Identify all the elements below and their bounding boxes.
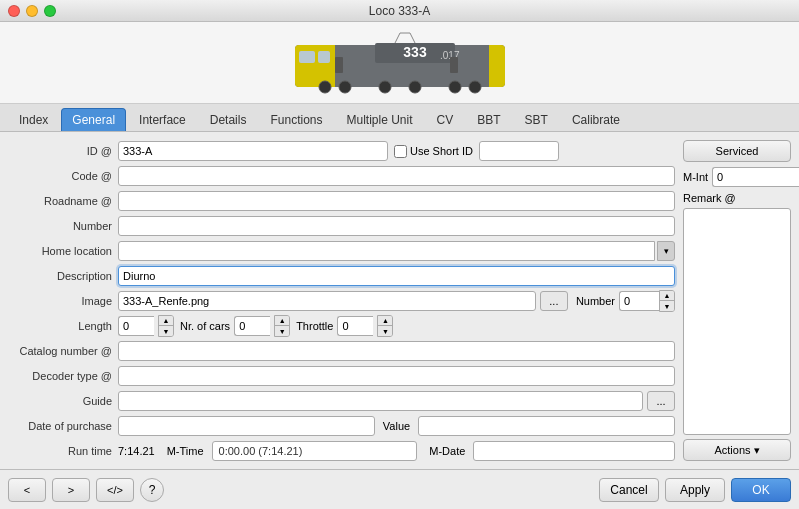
purchase-row: Date of purchase Value: [8, 415, 675, 437]
svg-point-13: [409, 81, 421, 93]
nr-of-cars-input[interactable]: [234, 316, 270, 336]
guide-input[interactable]: [118, 391, 643, 411]
svg-rect-4: [475, 45, 489, 87]
code-input[interactable]: [118, 166, 675, 186]
image-number-input[interactable]: [619, 291, 659, 311]
number-label: Number: [8, 220, 118, 232]
mtime-value: 0:00.00 (7:14.21): [212, 441, 418, 461]
description-input[interactable]: [118, 266, 675, 286]
length-up[interactable]: ▲: [159, 316, 173, 326]
catalog-number-label: Catalog number @: [8, 345, 118, 357]
mtime-label: M-Time: [167, 445, 204, 457]
throttle-label: Throttle: [296, 320, 333, 332]
tab-general[interactable]: General: [61, 108, 126, 131]
svg-point-14: [449, 81, 461, 93]
description-row: Description: [8, 265, 675, 287]
tab-cv[interactable]: CV: [426, 108, 465, 131]
remark-textarea[interactable]: [683, 208, 791, 435]
tab-functions[interactable]: Functions: [259, 108, 333, 131]
window-title: Loco 333-A: [369, 4, 430, 18]
image-input[interactable]: [118, 291, 536, 311]
bottom-bar: < > </> ? Cancel Apply OK: [0, 469, 799, 509]
svg-rect-19: [335, 57, 343, 73]
home-location-label: Home location: [8, 245, 118, 257]
run-time-label: Run time: [8, 445, 118, 457]
throttle-down[interactable]: ▼: [378, 326, 392, 336]
roadname-label: Roadname @: [8, 195, 118, 207]
length-arrows: ▲ ▼: [158, 315, 174, 337]
serviced-button[interactable]: Serviced: [683, 140, 791, 162]
roadname-input[interactable]: [118, 191, 675, 211]
short-id-input[interactable]: [479, 141, 559, 161]
tab-bbt[interactable]: BBT: [466, 108, 511, 131]
nr-of-cars-label: Nr. of cars: [180, 320, 230, 332]
ok-button[interactable]: OK: [731, 478, 791, 502]
minimize-button[interactable]: [26, 5, 38, 17]
close-button[interactable]: [8, 5, 20, 17]
use-short-id-checkbox[interactable]: [394, 145, 407, 158]
tab-interface[interactable]: Interface: [128, 108, 197, 131]
catalog-number-input[interactable]: [118, 341, 675, 361]
apply-button[interactable]: Apply: [665, 478, 725, 502]
svg-rect-20: [450, 57, 458, 73]
window-controls: [8, 5, 56, 17]
image-label: Image: [8, 295, 118, 307]
actions-button[interactable]: Actions ▾: [683, 439, 791, 461]
decoder-type-input[interactable]: [118, 366, 675, 386]
description-label: Description: [8, 270, 118, 282]
guide-browse-button[interactable]: ...: [647, 391, 675, 411]
mdate-input[interactable]: [473, 441, 675, 461]
roadname-row: Roadname @: [8, 190, 675, 212]
value-input[interactable]: [418, 416, 675, 436]
loco-image: 333 .017: [285, 29, 515, 97]
mint-input[interactable]: [712, 167, 799, 187]
tab-sbt[interactable]: SBT: [514, 108, 559, 131]
id-row: ID @ Use Short ID: [8, 140, 675, 162]
image-number-up[interactable]: ▲: [660, 291, 674, 301]
svg-point-10: [319, 81, 331, 93]
help-button[interactable]: ?: [140, 478, 164, 502]
home-location-input[interactable]: [118, 241, 655, 261]
tab-index[interactable]: Index: [8, 108, 59, 131]
purchase-label: Date of purchase: [8, 420, 118, 432]
number-row: Number: [8, 215, 675, 237]
guide-label: Guide: [8, 395, 118, 407]
decoder-type-row: Decoder type @: [8, 365, 675, 387]
svg-line-16: [395, 33, 400, 43]
tab-calibrate[interactable]: Calibrate: [561, 108, 631, 131]
form-area: ID @ Use Short ID Code @ Roadname @ Numb…: [8, 140, 675, 461]
id-input[interactable]: [118, 141, 388, 161]
title-bar: Loco 333-A: [0, 0, 799, 22]
maximize-button[interactable]: [44, 5, 56, 17]
purchase-input[interactable]: [118, 416, 375, 436]
length-down[interactable]: ▼: [159, 326, 173, 336]
nr-of-cars-down[interactable]: ▼: [275, 326, 289, 336]
mint-row: M-Int ▲ ▼: [683, 166, 791, 188]
code-row: Code @: [8, 165, 675, 187]
next-button[interactable]: >: [52, 478, 90, 502]
number-input[interactable]: [118, 216, 675, 236]
home-location-dropdown[interactable]: ▾: [657, 241, 675, 261]
cancel-button[interactable]: Cancel: [599, 478, 659, 502]
image-browse-button[interactable]: ...: [540, 291, 568, 311]
decoder-type-label: Decoder type @: [8, 370, 118, 382]
throttle-input[interactable]: [337, 316, 373, 336]
throttle-up[interactable]: ▲: [378, 316, 392, 326]
tab-multiple-unit[interactable]: Multiple Unit: [335, 108, 423, 131]
length-row: Length ▲ ▼ Nr. of cars ▲ ▼ Throttle ▲ ▼: [8, 315, 675, 337]
svg-point-15: [469, 81, 481, 93]
svg-text:333: 333: [403, 44, 427, 60]
tab-details[interactable]: Details: [199, 108, 258, 131]
image-number-label: Number: [576, 295, 615, 307]
svg-rect-5: [299, 51, 315, 63]
nr-of-cars-up[interactable]: ▲: [275, 316, 289, 326]
length-label: Length: [8, 320, 118, 332]
image-number-down[interactable]: ▼: [660, 301, 674, 311]
xml-button[interactable]: </>: [96, 478, 134, 502]
tabs-bar: Index General Interface Details Function…: [0, 104, 799, 132]
length-input[interactable]: [118, 316, 154, 336]
prev-button[interactable]: <: [8, 478, 46, 502]
run-time-value: 7:14.21: [118, 445, 155, 457]
image-number-spinbox: ▲ ▼: [619, 290, 675, 312]
guide-row: Guide ...: [8, 390, 675, 412]
